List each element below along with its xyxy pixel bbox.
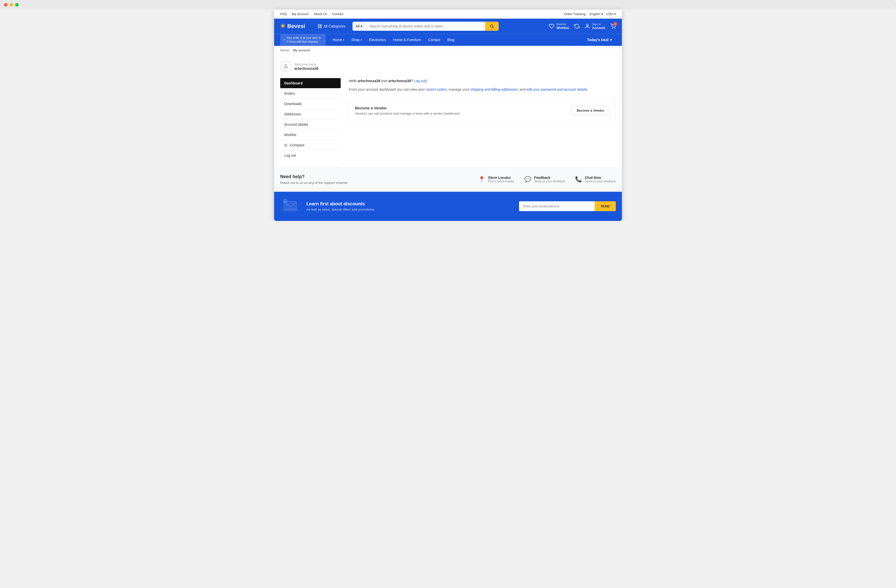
signin-label: Sign In	[592, 23, 605, 26]
nav-contact[interactable]: Contact	[425, 34, 443, 45]
main-nav: Home ▾ Shop ▾ Electronics Home & Furnitu…	[326, 34, 583, 45]
svg-text:?: ?	[285, 200, 286, 202]
usd-chevron-icon: ▾	[614, 12, 616, 16]
help-subtitle: Reach out to us on any of the support ch…	[280, 181, 347, 185]
utility-right: Order Tracking English ▾ USD ▾	[564, 12, 616, 16]
sidebar-item-wishlist[interactable]: Wishlist	[280, 130, 341, 140]
my-account-link[interactable]: My account	[292, 12, 308, 16]
store-locator-desc: Find a store nearby	[488, 180, 514, 183]
chat-item[interactable]: 📞 Chat Now Send us your feedback	[575, 175, 616, 183]
avatar-icon	[283, 64, 288, 69]
signin-main: Account	[592, 26, 605, 30]
locale-selector: English ▾ USD ▾	[590, 12, 616, 16]
help-right: 📍 Store Locator Find a store nearby 💬 Fe…	[478, 175, 616, 183]
wishlist-label: Reorder	[556, 23, 569, 26]
svg-rect-2	[318, 27, 319, 28]
nav-home-furniture[interactable]: Home & Furniture	[390, 34, 424, 45]
sidebar-item-account-details[interactable]: Account details	[280, 119, 341, 130]
reorder-button[interactable]	[574, 23, 579, 29]
svg-point-7	[612, 28, 613, 29]
sidebar-item-downloads[interactable]: Downloads	[280, 99, 341, 109]
contact-link[interactable]: Contact	[332, 12, 343, 16]
search-icon	[489, 24, 494, 29]
store-locator-icon: 📍	[478, 176, 485, 183]
welcome-text: Welcome back,	[294, 62, 318, 66]
reorder-icon	[574, 23, 579, 29]
hello-username: artechonza39	[358, 79, 380, 83]
sidebar-item-orders[interactable]: Orders	[280, 88, 341, 99]
logout-link[interactable]: Log out	[414, 79, 425, 83]
newsletter-title: Learn first about discounts	[306, 201, 374, 207]
logo-text: Bevesi	[287, 23, 305, 29]
chat-title: Chat Now	[585, 175, 616, 180]
account-header: Welcome back, artechonza39	[280, 61, 616, 72]
wishlist-button[interactable]: Reorder Wishlist	[549, 23, 569, 30]
password-link[interactable]: edit your password and account details	[526, 87, 587, 91]
dashboard-content: Hello artechonza39 (not artechonza39? Lo…	[349, 78, 616, 161]
svg-point-9	[285, 64, 286, 66]
signin-button[interactable]: Sign In Account	[585, 23, 605, 30]
main-header: ✳ Bevesi All Categories All ▾	[274, 19, 622, 34]
compare-icon: ⚖	[284, 143, 288, 147]
sidebar-item-logout[interactable]: Log out	[280, 151, 341, 161]
search-category-select[interactable]: All ▾	[352, 22, 365, 31]
help-title: Need help?	[280, 174, 347, 179]
breadcrumb-separator: ›	[291, 48, 291, 52]
faq-link[interactable]: FAQ	[280, 12, 287, 16]
sidebar-item-dashboard[interactable]: Dashboard	[280, 78, 341, 88]
language-selector[interactable]: English ▾	[590, 12, 603, 16]
nav-blog[interactable]: Blog	[444, 34, 457, 45]
newsletter-email-input[interactable]	[519, 201, 595, 211]
currency-selector[interactable]: USD ▾	[606, 12, 616, 16]
minimize-button[interactable]	[9, 3, 13, 6]
newsletter-graphic: ?	[280, 199, 300, 214]
newsletter-send-button[interactable]: SEND	[595, 201, 616, 211]
vendor-card: Become a Vendor Vendors can sell product…	[349, 99, 616, 122]
newsletter-form: SEND	[519, 201, 616, 211]
user-icon	[585, 23, 590, 29]
hello-username2: artechonza39	[388, 79, 411, 83]
todays-deal-chevron-icon: ▾	[610, 38, 612, 42]
shop-chevron-icon: ▾	[361, 38, 362, 41]
todays-deal-button[interactable]: Today's Deal ▾	[583, 34, 616, 45]
order-tracking-link[interactable]: Order Tracking	[564, 12, 585, 16]
feedback-desc: Send us your feedback	[534, 180, 565, 183]
recent-orders-link[interactable]: recent orders	[426, 87, 447, 91]
chat-desc: Send us your feedback	[585, 180, 616, 183]
chevron-right-icon: ›	[283, 37, 285, 43]
utility-left-links: FAQ My account About Us Contact	[280, 12, 343, 16]
shipping-notice: › Your order is at your door in 2 hours …	[280, 34, 326, 46]
breadcrumb-current: My account	[293, 48, 310, 52]
logo[interactable]: ✳ Bevesi	[280, 23, 311, 30]
nav-shop[interactable]: Shop ▾	[348, 34, 365, 45]
utility-bar: FAQ My account About Us Contact Order Tr…	[274, 9, 622, 19]
close-button[interactable]	[4, 3, 8, 6]
breadcrumb-home[interactable]: Home	[280, 48, 289, 52]
maximize-button[interactable]	[15, 3, 19, 6]
newsletter-subtitle: As well as news, special offers and prom…	[306, 207, 374, 211]
nav-electronics[interactable]: Electronics	[366, 34, 389, 45]
nav-home[interactable]: Home ▾	[329, 34, 347, 45]
become-vendor-button[interactable]: Become a Vendor	[571, 106, 610, 115]
store-locator-title: Store Locator	[488, 175, 514, 180]
addresses-link[interactable]: shipping and billing addresses	[470, 87, 518, 91]
all-categories-button[interactable]: All Categories	[314, 24, 349, 29]
hello-text: Hello artechonza39 (not artechonza39? Lo…	[349, 78, 616, 84]
store-locator-item[interactable]: 📍 Store Locator Find a store nearby	[478, 175, 514, 183]
heart-icon	[549, 23, 554, 29]
search-button[interactable]	[485, 22, 499, 31]
grid-icon	[317, 24, 322, 29]
sidebar-item-addresses[interactable]: Addresses	[280, 109, 341, 119]
lang-chevron-icon: ▾	[602, 12, 603, 16]
sidebar-item-compare[interactable]: ⚖ Compare	[280, 140, 341, 151]
vendor-description: Vendors can sell products and manage a s…	[355, 111, 460, 116]
account-layout: Dashboard Orders Downloads Addresses Acc…	[280, 78, 616, 161]
svg-point-8	[614, 28, 615, 29]
help-left: Need help? Reach out to us on any of the…	[280, 174, 347, 185]
about-us-link[interactable]: About Us	[314, 12, 327, 16]
search-filter-chevron-icon: ▾	[361, 24, 362, 28]
svg-rect-0	[318, 24, 319, 26]
search-input[interactable]	[365, 22, 485, 31]
feedback-item[interactable]: 💬 Feedback Send us your feedback	[524, 175, 565, 183]
account-username: artechonza39	[294, 66, 318, 70]
